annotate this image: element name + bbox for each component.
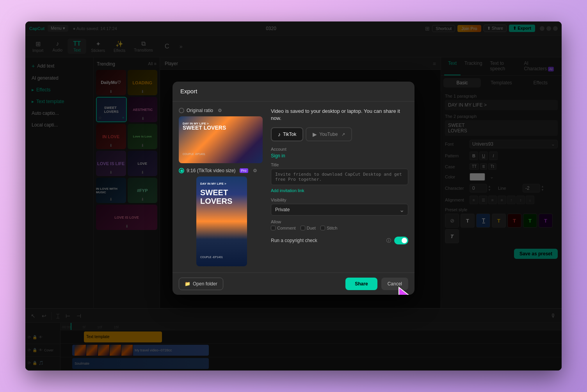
comment-label: Comment [277, 226, 296, 230]
modal-title: Export [180, 88, 197, 94]
ratio-916-label: 9:16 (TikTok video size) [187, 168, 236, 173]
app-window: CapCut Menu ▾ ● Auto saved: 14:17:24 032… [25, 21, 562, 371]
stitch-checkbox[interactable] [320, 226, 325, 230]
tiktok-icon: ♪ [278, 131, 281, 137]
platform-tiktok[interactable]: ♪ TikTok [271, 127, 303, 141]
title-label: Title [271, 162, 408, 167]
preview-original-title: SWEET LOVERS [183, 125, 226, 131]
ratio-916-settings-icon[interactable]: ⚙ [253, 168, 257, 173]
share-message: Video is saved to your desktop or laptop… [271, 108, 408, 122]
allow-options: Comment Duet Stitch [271, 226, 408, 230]
modal-preview-section: Original ratio ⚙ DAY IN MY LIFE > SWEET … [179, 108, 265, 266]
duet-checkbox-item[interactable]: Duet [301, 226, 316, 230]
visibility-select-wrapper: Private Public Friends ⌄ [271, 204, 408, 216]
copyright-label: Run a copyright check [271, 238, 383, 243]
comment-checkbox-item[interactable]: Comment [271, 226, 296, 230]
copyright-toggle[interactable] [394, 237, 408, 244]
preview-916-title: SWEET LOVERS [200, 188, 247, 205]
account-section: Account Sign in [271, 147, 408, 159]
preview-original-sub: COUPLE -EP1401 [183, 153, 205, 155]
allow-section: Allow Comment Duet [271, 219, 408, 230]
title-section: Title Add invitation link [271, 162, 408, 194]
ratio-settings-icon[interactable]: ⚙ [218, 108, 222, 113]
youtube-external-icon: ↗ [342, 132, 345, 137]
tiktok-label: TikTok [283, 132, 296, 137]
youtube-icon: ▶ [313, 131, 317, 137]
stitch-checkbox-item[interactable]: Stitch [320, 226, 338, 230]
title-input[interactable] [271, 169, 408, 185]
platform-youtube[interactable]: ▶ YouTube ↗ [306, 127, 352, 141]
sign-in-link[interactable]: Sign in [271, 153, 408, 159]
preview-916-container: DAY IN MY LIFE > SWEET LOVERS COUPLE -EP… [179, 176, 265, 266]
youtube-label: YouTube [319, 132, 338, 137]
ratio-original-option[interactable]: Original ratio ⚙ [179, 108, 265, 113]
preview-thumb-916: DAY IN MY LIFE > SWEET LOVERS COUPLE -EP… [196, 176, 247, 266]
pro-badge: Pro [240, 168, 248, 173]
visibility-label: Visibility [271, 198, 408, 202]
ratio-916-radio[interactable] [179, 168, 184, 173]
comment-checkbox[interactable] [271, 226, 276, 230]
open-folder-button[interactable]: 📁 Open folder [179, 278, 223, 290]
ratio-916-option[interactable]: 9:16 (TikTok video size) Pro ⚙ [179, 168, 265, 173]
allow-label: Allow [271, 219, 408, 224]
copyright-row: Run a copyright check ⓘ [271, 234, 408, 247]
visibility-select[interactable]: Private Public Friends [271, 204, 408, 216]
open-folder-label: Open folder [193, 281, 217, 287]
footer-spacer [227, 278, 342, 290]
add-invitation-link[interactable]: Add invitation link [271, 188, 304, 193]
share-modal-button[interactable]: Share [345, 278, 377, 290]
account-label: Account [271, 147, 408, 151]
duet-label: Duet [307, 226, 316, 230]
ratio-original-label: Original ratio [187, 108, 213, 113]
modal-header: Export [173, 82, 414, 102]
modal-share-section: Video is saved to your desktop or laptop… [271, 108, 408, 266]
preview-916-sub: COUPLE -EP1401 [200, 256, 223, 258]
cursor [395, 285, 414, 295]
folder-icon: 📁 [185, 281, 190, 287]
stitch-label: Stitch [327, 226, 338, 230]
preview-thumb-original: DAY IN MY LIFE > SWEET LOVERS COUPLE -EP… [179, 116, 263, 163]
preview-916-overlay: DAY IN MY LIFE > [200, 182, 226, 185]
ratio-original-radio[interactable] [179, 108, 184, 113]
modal-footer: 📁 Open folder Share Cancel [173, 273, 414, 295]
svg-marker-0 [399, 287, 413, 295]
platform-tabs: ♪ TikTok ▶ YouTube ↗ [271, 127, 408, 141]
modal-body: Original ratio ⚙ DAY IN MY LIFE > SWEET … [173, 102, 414, 273]
modal-overlay: Export Original ratio ⚙ DAY IN MY LIFE >… [25, 21, 562, 371]
visibility-section: Visibility Private Public Friends ⌄ [271, 198, 408, 216]
copyright-info-icon[interactable]: ⓘ [386, 237, 391, 244]
duet-checkbox[interactable] [301, 226, 305, 230]
export-modal: Export Original ratio ⚙ DAY IN MY LIFE >… [173, 82, 414, 295]
